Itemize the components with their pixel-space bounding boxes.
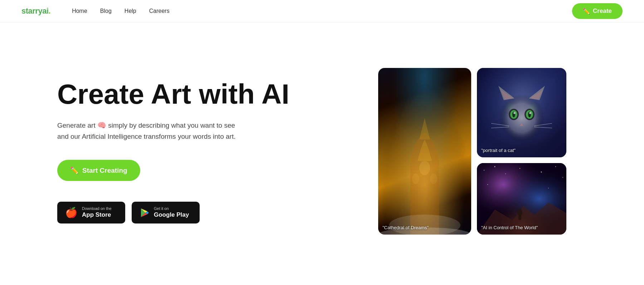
hero-section: Create Art with AI Generate art 🧠 simply… [0,23,644,273]
svg-point-34 [484,170,484,171]
start-pencil-icon: ✏️ [70,166,79,175]
hero-left: Create Art with AI Generate art 🧠 simply… [57,79,308,224]
brain-emoji: 🧠 [97,121,106,129]
hero-description: Generate art 🧠 simply by describing what… [57,119,243,142]
image-grid: "Cathedral of Dreams" [378,68,566,235]
gallery-image-cat: "portrait of a cat" [477,68,566,157]
google-play-text: Get it on Google Play [154,207,189,218]
nav-home[interactable]: Home [72,8,87,14]
svg-point-36 [505,173,506,174]
nav-help[interactable]: Help [125,8,136,14]
nav-blog[interactable]: Blog [100,8,112,14]
apple-icon: 🍎 [65,207,78,218]
hero-desc-before: Generate art [57,122,96,129]
space-caption: "AI in Control of The World" [481,225,562,230]
nav-create-button[interactable]: ✏️ Create [572,3,623,19]
gallery-image-space: "AI in Control of The World" [477,163,566,235]
svg-point-24 [529,112,531,114]
google-play-small-text: Get it on [154,207,189,211]
hero-title: Create Art with AI [57,79,308,110]
svg-point-42 [548,188,549,188]
svg-point-41 [487,184,488,185]
svg-point-6 [419,161,430,175]
svg-point-40 [562,177,563,178]
svg-point-44 [517,209,522,216]
pencil-icon: ✏️ [583,8,590,15]
nav-careers[interactable]: Careers [149,8,170,14]
google-play-button[interactable]: Get it on Google Play [132,202,200,223]
google-play-icon [140,208,150,218]
app-store-big-text: App Store [82,211,112,218]
brand-dot: . [49,6,51,15]
nav-links: Home Blog Help Careers [72,8,170,14]
start-creating-button[interactable]: ✏️ Start Creating [57,160,140,181]
start-creating-label: Start Creating [82,167,127,175]
svg-rect-45 [518,216,521,220]
svg-point-37 [519,168,520,169]
app-store-button[interactable]: 🍎 Download on the App Store [57,202,125,223]
svg-point-39 [555,166,556,167]
google-play-big-text: Google Play [154,211,189,218]
cathedral-caption: "Cathedral of Dreams" [382,225,467,230]
cat-caption: "portrait of a cat" [481,148,562,153]
hero-right: "Cathedral of Dreams" [308,68,623,235]
svg-point-38 [541,172,542,173]
brand-name: starryai [21,6,49,15]
navbar: starryai. Home Blog Help Careers ✏️ Crea… [0,0,644,23]
svg-point-7 [412,173,419,184]
svg-point-8 [430,173,437,184]
nav-create-label: Create [593,8,612,15]
app-store-small-text: Download on the [82,207,112,211]
gallery-image-cathedral: "Cathedral of Dreams" [378,68,471,235]
svg-point-23 [513,112,516,114]
store-buttons: 🍎 Download on the App Store Get it on G [57,202,308,223]
svg-point-35 [494,166,496,167]
brand-logo[interactable]: starryai. [21,6,50,16]
app-store-text: Download on the App Store [82,207,112,218]
